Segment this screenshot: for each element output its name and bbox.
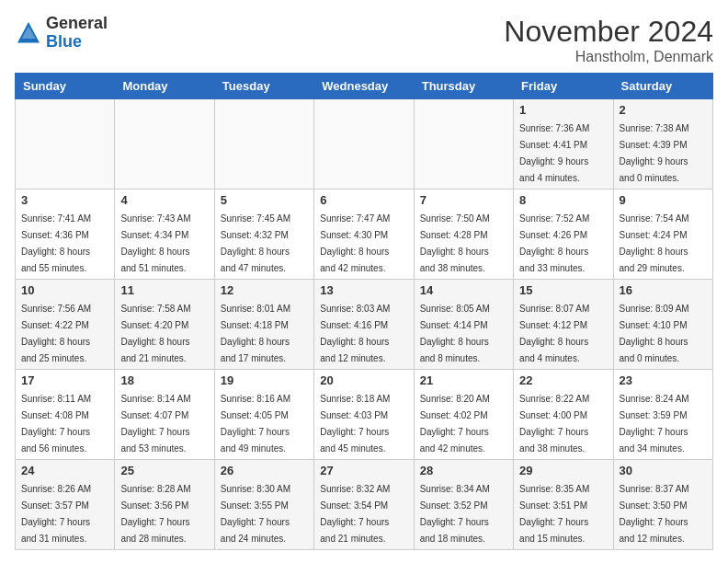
day-info: Sunrise: 7:47 AM Sunset: 4:30 PM Dayligh… [320,213,390,273]
day-number: 21 [420,373,507,387]
day-info: Sunrise: 8:34 AM Sunset: 3:52 PM Dayligh… [420,484,490,544]
day-info: Sunrise: 7:43 AM Sunset: 4:34 PM Dayligh… [120,213,190,273]
day-number: 24 [21,464,108,477]
day-cell: 30Sunrise: 8:37 AM Sunset: 3:50 PM Dayli… [613,460,712,550]
day-cell [16,99,115,190]
day-number: 12 [221,283,308,297]
day-number: 1 [519,103,607,117]
calendar-table: SundayMondayTuesdayWednesdayThursdayFrid… [15,73,713,550]
day-info: Sunrise: 8:35 AM Sunset: 3:51 PM Dayligh… [519,484,589,544]
day-number: 8 [519,193,607,207]
day-cell: 29Sunrise: 8:35 AM Sunset: 3:51 PM Dayli… [514,460,613,550]
day-info: Sunrise: 8:22 AM Sunset: 4:00 PM Dayligh… [519,394,589,454]
day-cell: 4Sunrise: 7:43 AM Sunset: 4:34 PM Daylig… [115,190,214,280]
day-cell: 14Sunrise: 8:05 AM Sunset: 4:14 PM Dayli… [414,280,513,370]
day-info: Sunrise: 8:05 AM Sunset: 4:14 PM Dayligh… [420,304,490,363]
day-cell: 2Sunrise: 7:38 AM Sunset: 4:39 PM Daylig… [613,99,712,190]
week-row-1: 1Sunrise: 7:36 AM Sunset: 4:41 PM Daylig… [16,99,713,190]
day-number: 3 [21,193,108,207]
day-cell: 22Sunrise: 8:22 AM Sunset: 4:00 PM Dayli… [514,370,613,460]
day-number: 10 [21,283,108,297]
day-info: Sunrise: 7:54 AM Sunset: 4:24 PM Dayligh… [620,213,689,273]
day-info: Sunrise: 8:30 AM Sunset: 3:55 PM Dayligh… [221,484,290,544]
day-cell: 3Sunrise: 7:41 AM Sunset: 4:36 PM Daylig… [16,190,115,280]
day-info: Sunrise: 8:01 AM Sunset: 4:18 PM Dayligh… [221,304,290,363]
col-header-friday: Friday [514,74,613,99]
title-block: November 2024 Hanstholm, Denmark [504,15,713,65]
day-number: 4 [120,193,208,207]
day-cell: 21Sunrise: 8:20 AM Sunset: 4:02 PM Dayli… [414,370,513,460]
day-cell: 17Sunrise: 8:11 AM Sunset: 4:08 PM Dayli… [16,370,115,460]
day-header-row: SundayMondayTuesdayWednesdayThursdayFrid… [16,74,713,99]
month-title: November 2024 [504,15,713,49]
day-cell: 24Sunrise: 8:26 AM Sunset: 3:57 PM Dayli… [16,460,115,550]
day-number: 15 [519,283,607,297]
day-info: Sunrise: 8:20 AM Sunset: 4:02 PM Dayligh… [420,394,490,454]
day-number: 13 [320,283,407,297]
day-info: Sunrise: 8:28 AM Sunset: 3:56 PM Dayligh… [120,484,190,544]
day-cell: 23Sunrise: 8:24 AM Sunset: 3:59 PM Dayli… [613,370,712,460]
day-cell [115,99,214,190]
logo-blue: Blue [46,33,108,52]
page-header: General Blue November 2024 Hanstholm, De… [15,15,713,65]
col-header-saturday: Saturday [613,74,712,99]
day-info: Sunrise: 7:58 AM Sunset: 4:20 PM Dayligh… [120,304,190,363]
day-number: 7 [420,193,507,207]
day-cell: 27Sunrise: 8:32 AM Sunset: 3:54 PM Dayli… [314,460,414,550]
day-cell [314,99,414,190]
day-number: 17 [21,373,108,387]
day-cell [414,99,513,190]
day-number: 14 [420,283,507,297]
day-info: Sunrise: 7:50 AM Sunset: 4:28 PM Dayligh… [420,213,490,273]
col-header-monday: Monday [115,74,214,99]
day-number: 2 [620,103,707,117]
day-info: Sunrise: 8:32 AM Sunset: 3:54 PM Dayligh… [320,484,390,544]
day-cell: 18Sunrise: 8:14 AM Sunset: 4:07 PM Dayli… [115,370,214,460]
day-cell: 15Sunrise: 8:07 AM Sunset: 4:12 PM Dayli… [514,280,613,370]
day-cell: 5Sunrise: 7:45 AM Sunset: 4:32 PM Daylig… [214,190,313,280]
day-number: 5 [221,193,308,207]
day-number: 23 [620,373,707,387]
day-number: 28 [420,464,507,477]
location: Hanstholm, Denmark [504,49,713,65]
day-info: Sunrise: 8:16 AM Sunset: 4:05 PM Dayligh… [221,394,290,454]
day-info: Sunrise: 7:45 AM Sunset: 4:32 PM Dayligh… [221,213,290,273]
day-info: Sunrise: 8:11 AM Sunset: 4:08 PM Dayligh… [21,394,91,454]
day-info: Sunrise: 8:03 AM Sunset: 4:16 PM Dayligh… [320,304,390,363]
day-number: 11 [120,283,208,297]
logo-general: General [46,15,108,33]
day-number: 18 [120,373,208,387]
day-cell: 12Sunrise: 8:01 AM Sunset: 4:18 PM Dayli… [214,280,313,370]
day-info: Sunrise: 8:07 AM Sunset: 4:12 PM Dayligh… [519,304,589,363]
day-info: Sunrise: 8:09 AM Sunset: 4:10 PM Dayligh… [620,304,689,363]
day-number: 30 [620,464,707,477]
day-cell: 26Sunrise: 8:30 AM Sunset: 3:55 PM Dayli… [214,460,313,550]
day-cell: 1Sunrise: 7:36 AM Sunset: 4:41 PM Daylig… [514,99,613,190]
day-info: Sunrise: 7:36 AM Sunset: 4:41 PM Dayligh… [519,123,589,183]
day-number: 19 [221,373,308,387]
col-header-wednesday: Wednesday [314,74,414,99]
day-cell: 9Sunrise: 7:54 AM Sunset: 4:24 PM Daylig… [613,190,712,280]
day-info: Sunrise: 7:52 AM Sunset: 4:26 PM Dayligh… [519,213,589,273]
col-header-sunday: Sunday [16,74,115,99]
day-cell: 10Sunrise: 7:56 AM Sunset: 4:22 PM Dayli… [16,280,115,370]
logo-icon [15,19,42,47]
day-info: Sunrise: 8:14 AM Sunset: 4:07 PM Dayligh… [120,394,190,454]
day-number: 9 [620,193,707,207]
day-cell: 6Sunrise: 7:47 AM Sunset: 4:30 PM Daylig… [314,190,414,280]
day-cell: 25Sunrise: 8:28 AM Sunset: 3:56 PM Dayli… [115,460,214,550]
day-number: 29 [519,464,607,477]
col-header-tuesday: Tuesday [214,74,313,99]
day-info: Sunrise: 8:37 AM Sunset: 3:50 PM Dayligh… [620,484,689,544]
week-row-2: 3Sunrise: 7:41 AM Sunset: 4:36 PM Daylig… [16,190,713,280]
col-header-thursday: Thursday [414,74,513,99]
day-number: 20 [320,373,407,387]
day-info: Sunrise: 8:24 AM Sunset: 3:59 PM Dayligh… [620,394,689,454]
day-number: 25 [120,464,208,477]
week-row-5: 24Sunrise: 8:26 AM Sunset: 3:57 PM Dayli… [16,460,713,550]
logo-text: General Blue [46,15,108,52]
week-row-4: 17Sunrise: 8:11 AM Sunset: 4:08 PM Dayli… [16,370,713,460]
day-cell: 20Sunrise: 8:18 AM Sunset: 4:03 PM Dayli… [314,370,414,460]
day-number: 16 [620,283,707,297]
week-row-3: 10Sunrise: 7:56 AM Sunset: 4:22 PM Dayli… [16,280,713,370]
